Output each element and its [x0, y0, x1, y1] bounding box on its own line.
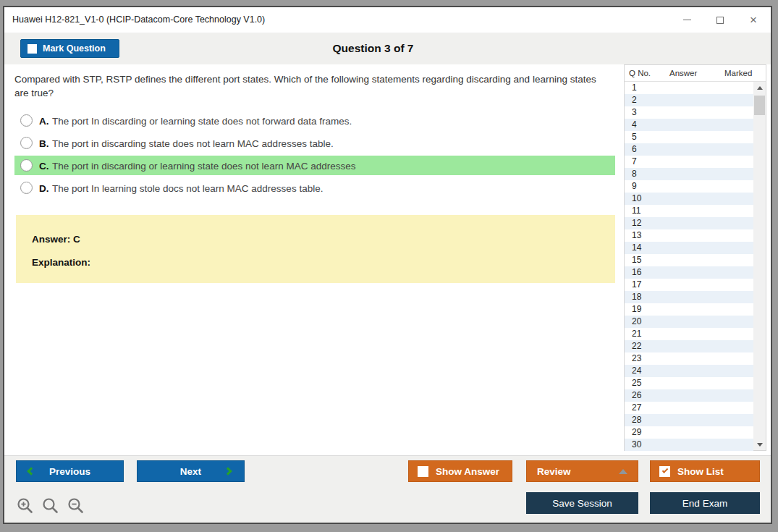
question-list-row[interactable]: 20: [625, 316, 753, 328]
show-answer-checkbox[interactable]: [418, 466, 428, 477]
maximize-button[interactable]: [714, 14, 726, 26]
option-text: The port In learning stole docs not lear…: [52, 183, 323, 194]
zoom-out-icon[interactable]: [67, 497, 85, 515]
question-list-row[interactable]: 27: [625, 402, 753, 414]
question-list-row[interactable]: 29: [625, 426, 753, 439]
question-list-scrollbar[interactable]: [753, 82, 766, 450]
question-number: 8: [632, 169, 637, 179]
option-d-radio[interactable]: [20, 182, 33, 194]
question-list-row[interactable]: 14: [625, 242, 753, 254]
question-list-row[interactable]: 18: [625, 291, 753, 303]
question-number: 22: [632, 341, 641, 351]
question-list-row[interactable]: 8: [625, 168, 753, 180]
save-session-label: Save Session: [552, 498, 612, 509]
answer-box: Answer: C Explanation:: [16, 215, 615, 283]
question-list-row[interactable]: 7: [625, 156, 753, 168]
scroll-thumb[interactable]: [754, 96, 765, 115]
scroll-down-button[interactable]: [753, 439, 766, 450]
question-number: 24: [632, 366, 641, 376]
question-list-row[interactable]: 26: [625, 389, 753, 402]
question-list-row[interactable]: 19: [625, 303, 753, 316]
end-exam-button[interactable]: End Exam: [650, 492, 760, 514]
option-c[interactable]: C. The port in discarding or learning st…: [14, 156, 615, 175]
show-answer-button[interactable]: Show Answer: [408, 460, 512, 482]
previous-button[interactable]: Previous: [16, 460, 124, 482]
option-letter: D.: [39, 183, 49, 194]
option-text: The port In discarding or learning state…: [52, 116, 352, 127]
question-list-row[interactable]: 1: [625, 82, 753, 94]
minimize-button[interactable]: [681, 14, 693, 26]
question-list-body: 1 2 3 4 5: [625, 82, 753, 451]
save-session-button[interactable]: Save Session: [526, 492, 638, 514]
question-list-row[interactable]: 13: [625, 229, 753, 242]
chevron-right-icon: [224, 467, 232, 475]
scroll-down-icon: [757, 443, 763, 447]
question-list-row[interactable]: 23: [625, 352, 753, 365]
question-list-row[interactable]: 16: [625, 266, 753, 279]
zoom-in-icon[interactable]: [16, 497, 35, 515]
question-number: 13: [632, 230, 641, 240]
option-b-radio[interactable]: [20, 137, 33, 149]
question-list-row[interactable]: 4: [625, 119, 753, 131]
question-list-row[interactable]: 22: [625, 340, 753, 352]
question-list-row[interactable]: 10: [625, 193, 753, 205]
close-button[interactable]: ×: [748, 14, 759, 26]
chevron-left-icon: [27, 467, 35, 475]
question-number: 5: [632, 132, 637, 142]
question-number: 11: [632, 206, 640, 216]
next-button[interactable]: Next: [137, 460, 245, 482]
question-list-row[interactable]: 21: [625, 328, 753, 340]
titlebar: Huawei H12-821_V1-0 (HCIP-Datacom-Core T…: [4, 7, 771, 33]
question-list-row[interactable]: 11: [625, 205, 753, 217]
option-a[interactable]: A. The port In discarding or learning st…: [14, 111, 615, 130]
options-list: A. The port In discarding or learning st…: [14, 111, 615, 200]
question-list-row[interactable]: 25: [625, 377, 753, 389]
zoom-controls: [16, 497, 85, 515]
question-number: 15: [632, 255, 641, 265]
footer-band: Previous Next Show Answer Review Show Li…: [4, 455, 771, 523]
option-c-radio[interactable]: [20, 159, 33, 172]
triangle-up-icon: [619, 469, 627, 474]
question-number: 16: [632, 267, 641, 277]
question-number: 27: [632, 402, 641, 413]
review-button[interactable]: Review: [526, 460, 638, 482]
question-list-row[interactable]: 17: [625, 279, 753, 291]
option-a-radio[interactable]: [20, 114, 33, 127]
option-b[interactable]: B. The port in discarding state does not…: [14, 133, 615, 153]
show-list-checkbox[interactable]: [659, 466, 670, 477]
question-list-row[interactable]: 15: [625, 254, 753, 266]
question-list-row[interactable]: 3: [625, 106, 753, 119]
option-d[interactable]: D. The port In learning stole docs not l…: [14, 178, 615, 198]
question-number: 1: [632, 83, 637, 93]
question-list-panel: Q No. Answer Marked 1 2 3: [624, 64, 766, 451]
scroll-up-button[interactable]: [753, 82, 766, 93]
question-number: 17: [632, 279, 641, 290]
question-list-row[interactable]: 24: [625, 365, 753, 377]
question-number: 12: [632, 218, 641, 228]
question-number: 25: [632, 378, 641, 388]
zoom-reset-icon[interactable]: [41, 497, 60, 515]
question-number: 4: [632, 119, 637, 130]
question-number: 19: [632, 304, 641, 314]
question-list-row[interactable]: 30: [625, 439, 753, 451]
show-list-button[interactable]: Show List: [650, 460, 760, 482]
question-text: Compared with STP, RSTP defines the diff…: [14, 73, 602, 101]
question-number: 26: [632, 390, 641, 400]
main-area: Compared with STP, RSTP defines the diff…: [4, 64, 771, 455]
close-icon: ×: [750, 14, 757, 26]
scroll-up-icon: [757, 86, 763, 90]
question-number: 9: [632, 181, 637, 191]
question-number: 10: [632, 193, 641, 203]
question-number: 23: [632, 353, 641, 363]
question-list-row[interactable]: 12: [625, 217, 753, 229]
question-list-row[interactable]: 2: [625, 94, 753, 106]
window-title: Huawei H12-821_V1-0 (HCIP-Datacom-Core T…: [12, 7, 265, 33]
previous-label: Previous: [49, 466, 90, 477]
question-number: 18: [632, 292, 641, 302]
question-number: 6: [632, 144, 637, 154]
window-controls: ×: [681, 7, 759, 33]
question-list-row[interactable]: 6: [625, 143, 753, 156]
question-list-row[interactable]: 5: [625, 131, 753, 143]
question-list-row[interactable]: 28: [625, 414, 753, 426]
question-list-row[interactable]: 9: [625, 180, 753, 193]
